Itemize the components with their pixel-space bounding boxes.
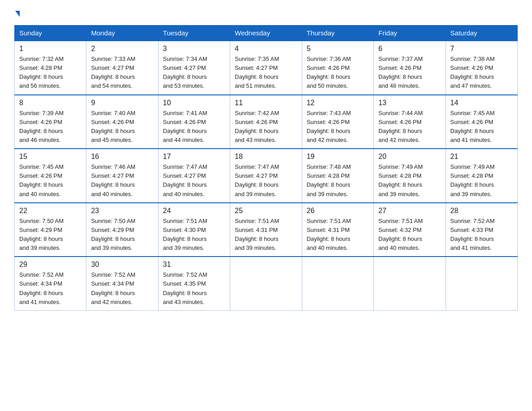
day-cell: 3 Sunrise: 7:34 AMSunset: 4:27 PMDayligh…: [158, 41, 230, 95]
day-info: Sunrise: 7:39 AMSunset: 4:26 PMDaylight:…: [19, 110, 64, 143]
day-number: 5: [307, 45, 369, 53]
day-cell: [230, 257, 302, 310]
day-cell: 20 Sunrise: 7:49 AMSunset: 4:28 PMDaylig…: [374, 149, 446, 203]
day-cell: 12 Sunrise: 7:43 AMSunset: 4:26 PMDaylig…: [302, 95, 373, 149]
day-info: Sunrise: 7:52 AMSunset: 4:34 PMDaylight:…: [19, 271, 64, 305]
day-info: Sunrise: 7:34 AMSunset: 4:27 PMDaylight:…: [163, 56, 207, 89]
day-info: Sunrise: 7:43 AMSunset: 4:26 PMDaylight:…: [307, 110, 351, 143]
day-cell: 21 Sunrise: 7:49 AMSunset: 4:28 PMDaylig…: [446, 149, 517, 203]
day-number: 10: [163, 99, 225, 107]
days-of-week-row: SundayMondayTuesdayWednesdayThursdayFrid…: [15, 26, 518, 41]
day-number: 7: [450, 45, 513, 53]
day-number: 20: [378, 153, 441, 161]
day-info: Sunrise: 7:50 AMSunset: 4:29 PMDaylight:…: [91, 218, 135, 251]
day-number: 2: [91, 45, 153, 53]
day-number: 27: [378, 207, 441, 215]
calendar-table: SundayMondayTuesdayWednesdayThursdayFrid…: [14, 25, 518, 311]
weekday-header-friday: Friday: [374, 26, 446, 41]
weekday-header-sunday: Sunday: [15, 26, 86, 41]
day-cell: 8 Sunrise: 7:39 AMSunset: 4:26 PMDayligh…: [15, 95, 86, 149]
day-info: Sunrise: 7:41 AMSunset: 4:26 PMDaylight:…: [163, 110, 207, 143]
day-cell: [302, 257, 373, 310]
day-info: Sunrise: 7:52 AMSunset: 4:35 PMDaylight:…: [163, 271, 207, 305]
day-cell: 23 Sunrise: 7:50 AMSunset: 4:29 PMDaylig…: [86, 203, 158, 257]
weekday-header-monday: Monday: [86, 26, 158, 41]
day-cell: 1 Sunrise: 7:32 AMSunset: 4:28 PMDayligh…: [15, 41, 86, 95]
day-number: 1: [19, 45, 82, 53]
day-cell: 24 Sunrise: 7:51 AMSunset: 4:30 PMDaylig…: [158, 203, 230, 257]
day-info: Sunrise: 7:38 AMSunset: 4:26 PMDaylight:…: [450, 56, 495, 89]
day-number: 6: [378, 45, 441, 53]
day-number: 17: [163, 153, 225, 161]
day-cell: 10 Sunrise: 7:41 AMSunset: 4:26 PMDaylig…: [158, 95, 230, 149]
day-number: 8: [19, 99, 82, 107]
day-number: 18: [235, 153, 297, 161]
day-cell: 25 Sunrise: 7:51 AMSunset: 4:31 PMDaylig…: [230, 203, 302, 257]
day-number: 23: [91, 207, 153, 215]
day-info: Sunrise: 7:51 AMSunset: 4:31 PMDaylight:…: [235, 218, 279, 251]
logo: [14, 11, 20, 17]
day-info: Sunrise: 7:45 AMSunset: 4:26 PMDaylight:…: [19, 163, 64, 197]
day-number: 3: [163, 45, 225, 53]
day-info: Sunrise: 7:48 AMSunset: 4:28 PMDaylight:…: [307, 163, 351, 197]
page-header: [14, 11, 518, 17]
day-info: Sunrise: 7:52 AMSunset: 4:33 PMDaylight:…: [450, 218, 495, 251]
day-info: Sunrise: 7:51 AMSunset: 4:30 PMDaylight:…: [163, 218, 207, 251]
day-info: Sunrise: 7:51 AMSunset: 4:32 PMDaylight:…: [378, 218, 423, 251]
day-cell: 15 Sunrise: 7:45 AMSunset: 4:26 PMDaylig…: [15, 149, 86, 203]
day-cell: 11 Sunrise: 7:42 AMSunset: 4:26 PMDaylig…: [230, 95, 302, 149]
day-cell: 5 Sunrise: 7:36 AMSunset: 4:26 PMDayligh…: [302, 41, 373, 95]
day-cell: 31 Sunrise: 7:52 AMSunset: 4:35 PMDaylig…: [158, 257, 230, 310]
day-cell: 13 Sunrise: 7:44 AMSunset: 4:26 PMDaylig…: [374, 95, 446, 149]
weekday-header-wednesday: Wednesday: [230, 26, 302, 41]
day-info: Sunrise: 7:50 AMSunset: 4:29 PMDaylight:…: [19, 218, 64, 251]
day-info: Sunrise: 7:42 AMSunset: 4:26 PMDaylight:…: [235, 110, 279, 143]
day-cell: 18 Sunrise: 7:47 AMSunset: 4:27 PMDaylig…: [230, 149, 302, 203]
weekday-header-tuesday: Tuesday: [158, 26, 230, 41]
day-cell: 14 Sunrise: 7:45 AMSunset: 4:26 PMDaylig…: [446, 95, 517, 149]
week-row-1: 1 Sunrise: 7:32 AMSunset: 4:28 PMDayligh…: [15, 41, 518, 95]
day-cell: 4 Sunrise: 7:35 AMSunset: 4:27 PMDayligh…: [230, 41, 302, 95]
day-cell: 17 Sunrise: 7:47 AMSunset: 4:27 PMDaylig…: [158, 149, 230, 203]
day-number: 26: [307, 207, 369, 215]
day-cell: 7 Sunrise: 7:38 AMSunset: 4:26 PMDayligh…: [446, 41, 517, 95]
day-number: 21: [450, 153, 513, 161]
week-row-5: 29 Sunrise: 7:52 AMSunset: 4:34 PMDaylig…: [15, 257, 518, 310]
day-cell: [374, 257, 446, 310]
day-info: Sunrise: 7:37 AMSunset: 4:26 PMDaylight:…: [378, 56, 423, 89]
day-number: 31: [163, 261, 225, 269]
day-cell: 19 Sunrise: 7:48 AMSunset: 4:28 PMDaylig…: [302, 149, 373, 203]
day-info: Sunrise: 7:32 AMSunset: 4:28 PMDaylight:…: [19, 56, 64, 89]
day-info: Sunrise: 7:44 AMSunset: 4:26 PMDaylight:…: [378, 110, 423, 143]
day-info: Sunrise: 7:47 AMSunset: 4:27 PMDaylight:…: [163, 163, 207, 197]
day-cell: [446, 257, 517, 310]
weekday-header-thursday: Thursday: [302, 26, 373, 41]
day-number: 4: [235, 45, 297, 53]
day-cell: 28 Sunrise: 7:52 AMSunset: 4:33 PMDaylig…: [446, 203, 517, 257]
week-row-4: 22 Sunrise: 7:50 AMSunset: 4:29 PMDaylig…: [15, 203, 518, 257]
day-number: 14: [450, 99, 513, 107]
day-cell: 30 Sunrise: 7:52 AMSunset: 4:34 PMDaylig…: [86, 257, 158, 310]
day-number: 15: [19, 153, 82, 161]
day-cell: 9 Sunrise: 7:40 AMSunset: 4:26 PMDayligh…: [86, 95, 158, 149]
day-number: 22: [19, 207, 82, 215]
day-number: 28: [450, 207, 513, 215]
week-row-2: 8 Sunrise: 7:39 AMSunset: 4:26 PMDayligh…: [15, 95, 518, 149]
day-info: Sunrise: 7:36 AMSunset: 4:26 PMDaylight:…: [307, 56, 351, 89]
day-number: 16: [91, 153, 153, 161]
day-info: Sunrise: 7:51 AMSunset: 4:31 PMDaylight:…: [307, 218, 351, 251]
day-number: 19: [307, 153, 369, 161]
day-info: Sunrise: 7:49 AMSunset: 4:28 PMDaylight:…: [450, 163, 495, 197]
day-info: Sunrise: 7:40 AMSunset: 4:26 PMDaylight:…: [91, 110, 135, 143]
logo-triangle-icon: [15, 11, 20, 17]
day-info: Sunrise: 7:45 AMSunset: 4:26 PMDaylight:…: [450, 110, 495, 143]
day-cell: 6 Sunrise: 7:37 AMSunset: 4:26 PMDayligh…: [374, 41, 446, 95]
day-info: Sunrise: 7:33 AMSunset: 4:27 PMDaylight:…: [91, 56, 135, 89]
day-number: 25: [235, 207, 297, 215]
day-number: 30: [91, 261, 153, 269]
day-number: 11: [235, 99, 297, 107]
week-row-3: 15 Sunrise: 7:45 AMSunset: 4:26 PMDaylig…: [15, 149, 518, 203]
day-cell: 22 Sunrise: 7:50 AMSunset: 4:29 PMDaylig…: [15, 203, 86, 257]
day-info: Sunrise: 7:35 AMSunset: 4:27 PMDaylight:…: [235, 56, 279, 89]
day-number: 13: [378, 99, 441, 107]
